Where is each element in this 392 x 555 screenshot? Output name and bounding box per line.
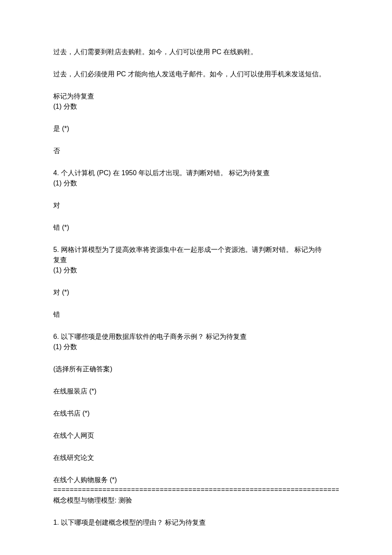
option-text: 在线个人网页 <box>53 431 339 441</box>
option-text: 错 <box>53 309 339 320</box>
option-text: 否 <box>53 146 339 156</box>
divider: ========================================… <box>53 485 339 495</box>
question-block: 1. 以下哪项是创建概念模型的理由？ 标记为待复查 <box>53 517 339 528</box>
answer-option: 对 <box>53 200 339 211</box>
score-label: (1) 分数 <box>53 342 339 352</box>
paragraph: 过去，人们需要到鞋店去购鞋。如今，人们可以使用 PC 在线购鞋。 <box>53 47 339 57</box>
title-text: 概念模型与物理模型: 测验 <box>53 495 339 506</box>
document-page: 过去，人们需要到鞋店去购鞋。如今，人们可以使用 PC 在线购鞋。 过去，人们必须… <box>0 0 392 555</box>
answer-option: 在线研究论文 <box>53 453 339 463</box>
paragraph: 过去，人们必须使用 PC 才能向他人发送电子邮件。如今，人们可以使用手机来发送短… <box>53 69 339 79</box>
question-block: 5. 网格计算模型为了提高效率将资源集中在一起形成一个资源池。请判断对错。 标记… <box>53 245 339 275</box>
section-title: 概念模型与物理模型: 测验 <box>53 495 339 506</box>
option-text: 是 (*) <box>53 124 339 134</box>
question-text: 5. 网格计算模型为了提高效率将资源集中在一起形成一个资源池。请判断对错。 标记… <box>53 245 339 255</box>
answer-option: 错 <box>53 309 339 320</box>
score-label: (1) 分数 <box>53 178 339 188</box>
question-meta: 标记为待复查 (1) 分数 <box>53 91 339 112</box>
question-text: 4. 个人计算机 (PC) 在 1950 年以后才出现。请判断对错。 标记为待复… <box>53 168 339 178</box>
text-line: 过去，人们需要到鞋店去购鞋。如今，人们可以使用 PC 在线购鞋。 <box>53 47 339 57</box>
answer-option: 在线书店 (*) <box>53 408 339 419</box>
hint: (选择所有正确答案) <box>53 364 339 374</box>
question-text: 复查 <box>53 255 339 265</box>
mark-for-review: 标记为待复查 <box>53 91 339 101</box>
answer-option: 否 <box>53 146 339 156</box>
option-text: 在线服装店 (*) <box>53 386 339 396</box>
option-text: 在线个人购物服务 (*) <box>53 475 339 485</box>
answer-option: 在线个人网页 <box>53 431 339 441</box>
option-text: 对 (*) <box>53 287 339 298</box>
answer-option: 是 (*) <box>53 124 339 134</box>
question-block: 4. 个人计算机 (PC) 在 1950 年以后才出现。请判断对错。 标记为待复… <box>53 168 339 188</box>
text-line: 过去，人们必须使用 PC 才能向他人发送电子邮件。如今，人们可以使用手机来发送短… <box>53 69 339 79</box>
option-text: 对 <box>53 200 339 211</box>
option-text: 在线书店 (*) <box>53 408 339 419</box>
question-block: 6. 以下哪些项是使用数据库软件的电子商务示例？ 标记为待复查 (1) 分数 <box>53 332 339 352</box>
answer-option: 在线服装店 (*) <box>53 386 339 396</box>
question-text: 6. 以下哪些项是使用数据库软件的电子商务示例？ 标记为待复查 <box>53 332 339 342</box>
answer-option-last: 在线个人购物服务 (*) ===========================… <box>53 475 339 495</box>
question-text: 1. 以下哪项是创建概念模型的理由？ 标记为待复查 <box>53 517 339 528</box>
option-text: 错 (*) <box>53 223 339 233</box>
score-label: (1) 分数 <box>53 265 339 275</box>
answer-option: 对 (*) <box>53 287 339 298</box>
hint-text: (选择所有正确答案) <box>53 364 339 374</box>
score-label: (1) 分数 <box>53 101 339 112</box>
option-text: 在线研究论文 <box>53 453 339 463</box>
answer-option: 错 (*) <box>53 223 339 233</box>
